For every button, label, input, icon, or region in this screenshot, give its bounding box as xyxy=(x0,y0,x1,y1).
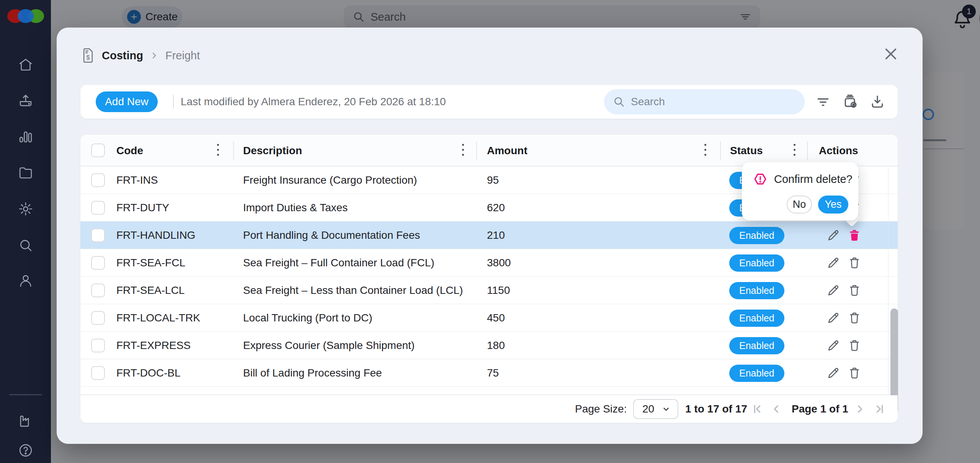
delete-button[interactable] xyxy=(847,228,862,243)
invoice-icon: $ xyxy=(80,47,96,64)
row-checkbox[interactable] xyxy=(91,366,105,380)
sidebar-item-files[interactable] xyxy=(18,165,34,181)
column-header-status[interactable]: Status xyxy=(730,135,763,166)
cell-amount: 1150 xyxy=(487,277,510,304)
pencil-icon xyxy=(826,228,841,243)
cell-description: Local Trucking (Port to DC) xyxy=(243,304,372,332)
cell-amount: 450 xyxy=(487,304,505,332)
edit-button[interactable] xyxy=(826,256,841,270)
row-checkbox[interactable] xyxy=(91,339,105,352)
cell-amount: 180 xyxy=(487,332,505,359)
column-menu-icon[interactable] xyxy=(794,144,796,158)
pencil-icon xyxy=(826,366,841,380)
column-header-code[interactable]: Code xyxy=(116,135,143,166)
delete-button[interactable] xyxy=(847,311,862,325)
gear-icon xyxy=(18,201,34,217)
add-new-button[interactable]: Add New xyxy=(96,91,158,112)
column-menu-icon[interactable] xyxy=(462,144,464,158)
previous-page-button[interactable] xyxy=(770,403,782,415)
delete-button[interactable] xyxy=(847,256,862,270)
last-page-button[interactable] xyxy=(874,403,886,415)
partial-row xyxy=(80,387,898,395)
next-page-button[interactable] xyxy=(854,403,866,415)
row-range-text: 1 to 17 of 17 xyxy=(685,395,747,423)
page-indicator: Page 1 of 1 xyxy=(792,395,848,423)
trash-icon xyxy=(847,256,862,270)
chevron-right-icon xyxy=(854,403,866,415)
yes-button[interactable]: Yes xyxy=(818,196,848,214)
trash-icon xyxy=(847,366,862,380)
filter-icon[interactable] xyxy=(815,93,831,110)
status-badge: Enabled xyxy=(729,282,784,299)
home-icon xyxy=(18,57,34,73)
status-badge: Enabled xyxy=(729,227,784,244)
download-icon[interactable] xyxy=(869,93,886,110)
sidebar-item-search[interactable] xyxy=(18,237,34,253)
row-checkbox[interactable] xyxy=(91,284,105,297)
status-badge: Enabled xyxy=(729,337,784,354)
table-search[interactable] xyxy=(604,89,805,114)
archive-box-icon[interactable] xyxy=(842,93,859,110)
row-checkbox[interactable] xyxy=(91,256,105,270)
close-icon[interactable] xyxy=(883,46,899,62)
cell-description: Bill of Lading Processing Fee xyxy=(243,359,382,387)
sidebar-item-upload[interactable] xyxy=(18,93,34,109)
table-row: FRT-EXPRESSExpress Courier (Sample Shipm… xyxy=(80,332,898,359)
delete-button[interactable] xyxy=(847,338,862,353)
column-menu-icon[interactable] xyxy=(217,144,219,158)
edit-button[interactable] xyxy=(826,366,841,380)
sidebar xyxy=(0,0,51,463)
cell-code: FRT-SEA-LCL xyxy=(116,277,185,304)
column-header-actions[interactable]: Actions xyxy=(819,135,858,166)
upload-icon xyxy=(18,93,34,109)
first-page-button[interactable] xyxy=(751,403,763,415)
sidebar-item-settings[interactable] xyxy=(18,201,34,217)
cell-code: FRT-SEA-FCL xyxy=(116,249,185,277)
select-all-checkbox[interactable] xyxy=(91,143,105,157)
popup-title: Confirm delete? xyxy=(774,173,853,186)
delete-button[interactable] xyxy=(847,366,862,380)
row-checkbox[interactable] xyxy=(91,311,105,325)
cell-code: FRT-LOCAL-TRK xyxy=(116,304,200,332)
last-modified-text: Last modified by Almera Enderez, 20 Feb … xyxy=(181,85,446,119)
edit-button[interactable] xyxy=(826,311,841,325)
search-icon xyxy=(18,237,34,253)
sidebar-item-factory[interactable] xyxy=(18,412,34,429)
pencil-icon xyxy=(826,311,841,325)
table-search-input[interactable] xyxy=(631,96,776,108)
row-checkbox[interactable] xyxy=(91,228,105,242)
cell-description: Sea Freight – Full Container Load (FCL) xyxy=(243,249,434,277)
confirm-delete-popup: Confirm delete? No Yes xyxy=(742,162,858,220)
cell-amount: 3800 xyxy=(487,249,511,277)
sidebar-item-analytics[interactable] xyxy=(18,129,34,145)
sidebar-item-help[interactable] xyxy=(18,442,34,458)
no-button[interactable]: No xyxy=(787,196,812,214)
row-checkbox[interactable] xyxy=(91,173,105,187)
column-divider xyxy=(807,142,808,160)
cell-code: FRT-DUTY xyxy=(116,194,169,222)
cell-code: FRT-EXPRESS xyxy=(116,332,191,359)
edit-button[interactable] xyxy=(826,283,841,298)
pencil-icon xyxy=(826,256,841,270)
column-divider xyxy=(233,142,234,160)
delete-button[interactable] xyxy=(847,283,862,298)
chevron-right-icon xyxy=(149,51,159,60)
app-logo[interactable] xyxy=(5,7,47,25)
sidebar-item-profile[interactable] xyxy=(18,272,34,289)
cell-amount: 620 xyxy=(487,194,505,222)
sidebar-item-home[interactable] xyxy=(18,57,34,73)
column-header-amount[interactable]: Amount xyxy=(487,135,528,166)
row-checkbox[interactable] xyxy=(91,201,105,215)
breadcrumb-parent[interactable]: Costing xyxy=(102,49,143,62)
cell-amount: 75 xyxy=(487,359,499,387)
column-menu-icon[interactable] xyxy=(704,144,707,158)
column-header-description[interactable]: Description xyxy=(243,135,302,166)
edit-button[interactable] xyxy=(826,338,841,353)
chevron-left-icon xyxy=(770,403,782,415)
status-badge: Enabled xyxy=(729,365,784,382)
edit-button[interactable] xyxy=(826,228,841,243)
cell-description: Express Courier (Sample Shipment) xyxy=(243,332,415,359)
factory-icon xyxy=(18,412,34,429)
trash-icon xyxy=(847,338,862,353)
page-size-select[interactable]: 20 xyxy=(633,399,678,419)
